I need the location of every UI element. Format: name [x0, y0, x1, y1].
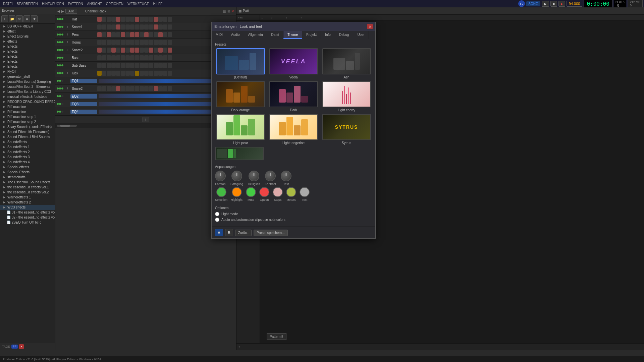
mode-song[interactable]: SONG [526, 1, 540, 6]
menu-hinzufugen[interactable]: HINZUFÜGEN [40, 1, 66, 6]
light-mode-label[interactable]: Light mode [221, 212, 238, 216]
menu-ansicht[interactable]: ANSICHT [86, 1, 104, 6]
rack-icon2[interactable]: ⊞ [227, 9, 230, 13]
sidebar-item[interactable]: effects [0, 39, 55, 44]
tags-close-btn[interactable]: × [19, 344, 24, 349]
transport-play[interactable]: ▶ [542, 1, 549, 7]
sidebar-item[interactable]: steamchuffs [0, 175, 55, 180]
sidebar-item[interactable]: Riff machine step 1 [0, 114, 55, 119]
sidebar-item[interactable]: Riff machine [0, 104, 55, 109]
menu-datei[interactable]: DATEI [1, 1, 14, 6]
sidebar-item[interactable]: Riff machine [0, 109, 55, 114]
rack-filter[interactable]: Alle [65, 9, 77, 14]
helligkeit-knob[interactable] [249, 171, 259, 181]
sidebar-item[interactable]: Soundeffects 3 [0, 155, 55, 160]
sidebar-item[interactable]: BB RUFF RIDER [0, 24, 55, 29]
dialog-close-btn[interactable]: ✕ [367, 24, 373, 29]
btn-b[interactable]: B [225, 229, 233, 236]
sidebar-item[interactable]: Soundeffects 2 [0, 149, 55, 155]
audio-clips-label[interactable]: Audio and automation clips use note colo… [221, 218, 285, 222]
sidebar-item[interactable]: Special effects [0, 165, 55, 170]
sidebar-item[interactable]: Warnereffects 1 [0, 195, 55, 200]
sidebar-item[interactable]: Effects [0, 49, 55, 54]
sidebar-settings-btn[interactable]: ⚙ [23, 15, 30, 22]
mute-color[interactable] [246, 187, 256, 197]
tab-theme[interactable]: Theme [283, 31, 302, 39]
sidebar-item[interactable]: LucasFilm Soun..s) Sampling [0, 79, 55, 84]
menu-optionen[interactable]: OPTIONEN [104, 1, 125, 6]
sidebar-item[interactable]: LucasFilm So..ts Library CD3 [0, 89, 55, 94]
tab-midi[interactable]: MIDI [212, 31, 227, 39]
sidebar-item[interactable]: Soundeffects 1 [0, 144, 55, 149]
text-knob[interactable] [281, 171, 291, 181]
sidebar-item[interactable]: Effects [0, 44, 55, 49]
sidebar-add-btn[interactable]: + [1, 15, 8, 22]
sidebar-item[interactable]: Soundeffects 4 [0, 160, 55, 165]
tags-value[interactable]: FF [11, 345, 18, 349]
sidebar-item[interactable]: effect [0, 29, 55, 34]
highlight-color[interactable] [232, 187, 242, 197]
tab-audio[interactable]: Audio [227, 31, 244, 39]
tab-info[interactable]: Info [321, 31, 335, 39]
sidebar-item[interactable]: Sound Effect..ith Filenames) [0, 129, 55, 134]
rack-close-btn[interactable]: ✕ [231, 9, 234, 13]
sidebar-item[interactable]: RECORD CRAC..OUND EFFECT [0, 99, 55, 104]
add-channel-btn[interactable]: + [143, 117, 149, 122]
sidebar-item[interactable]: Soundeffects [0, 139, 55, 144]
tab-allgemein[interactable]: Allgemein [244, 31, 267, 39]
sidebar-item[interactable]: Warnereffects 2 [0, 200, 55, 205]
menu-pattern[interactable]: PATTERN [66, 1, 85, 6]
transport-stop[interactable]: ■ [550, 1, 557, 7]
btn-a[interactable]: A [215, 229, 223, 236]
sidebar-item[interactable]: The Essential..Sound Effects [0, 180, 55, 185]
sidebar-item[interactable]: Effects [0, 59, 55, 64]
sidebar-item[interactable]: WC3 effects [0, 205, 55, 210]
sidebar-item[interactable]: Effects [0, 54, 55, 59]
preset-sytrus[interactable]: SYTRUS Sytrus [321, 114, 372, 145]
sidebar-item[interactable]: generator_stuff [0, 74, 55, 79]
option-color[interactable] [259, 187, 269, 197]
btn-preset-save[interactable]: Preset speichern... [254, 230, 287, 236]
sidebar-item[interactable]: LucasFilm Sou..2 - Elements [0, 84, 55, 89]
audio-clips-radio[interactable] [215, 218, 219, 222]
sidebar-item[interactable]: Scary Sounds (..unds Effects) [0, 124, 55, 129]
menu-hilfe[interactable]: HILFE [151, 1, 164, 6]
sidebar-item[interactable]: musical effects & footsteps [0, 94, 55, 99]
sidebar-item[interactable]: Riff machine step 2 [0, 119, 55, 124]
playlist-add[interactable]: + [238, 345, 240, 349]
sidebar-item[interactable]: 📄 2SEQ Turn Off ToTc [0, 220, 55, 225]
sidebar-item[interactable]: 📄 02 - the essent..nd effects vol.2 [0, 215, 55, 220]
preset-dark[interactable]: Dark [268, 81, 319, 112]
menu-bearbeiten[interactable]: BEARBEITEN [15, 1, 40, 6]
btn-zuruc[interactable]: Zurüc.. [235, 230, 252, 236]
tab-datei[interactable]: Datei [267, 31, 283, 39]
rack-icon1[interactable]: ▦ [223, 9, 226, 13]
sidebar-item[interactable]: FlyOff [0, 69, 55, 74]
sattigung-knob[interactable] [231, 171, 242, 181]
preset-light-cherry[interactable]: Light cherry [321, 81, 372, 112]
sidebar-item[interactable]: Effects [0, 64, 55, 69]
sidebar-item[interactable]: the essential..d effects vol.1 [0, 185, 55, 190]
preset-custom[interactable] [215, 147, 372, 160]
sidebar-item[interactable]: Effect tutorials [0, 34, 55, 39]
light-mode-radio[interactable] [215, 212, 219, 216]
tab-projekt[interactable]: Projekt [302, 31, 321, 39]
kontrast-knob[interactable] [265, 171, 276, 181]
selection-color[interactable] [216, 187, 226, 197]
bpm-display[interactable]: 94.000 [567, 1, 583, 7]
sidebar-item[interactable]: Special Effects [0, 170, 55, 175]
preset-default[interactable]: (Default) [215, 48, 266, 79]
sidebar-folder-btn[interactable]: 📁 [9, 15, 15, 22]
rack-scrollbar[interactable] [57, 125, 77, 127]
preset-ash[interactable]: Ash [321, 48, 372, 79]
meters-color[interactable] [286, 187, 296, 197]
text-color[interactable] [300, 187, 310, 197]
sidebar-refresh-btn[interactable]: ↺ [16, 15, 23, 22]
preset-light-tangerine[interactable]: Light tangerine [268, 114, 319, 145]
sidebar-star-btn[interactable]: ★ [31, 15, 38, 22]
preset-dark-orange[interactable]: Dark orange [215, 81, 266, 112]
sidebar-item[interactable]: the essential..d effects vol.2 [0, 190, 55, 195]
farbton-knob[interactable] [215, 171, 226, 181]
preset-light-pear[interactable]: Light pear [215, 114, 266, 145]
tab-uber[interactable]: Über [353, 31, 369, 39]
